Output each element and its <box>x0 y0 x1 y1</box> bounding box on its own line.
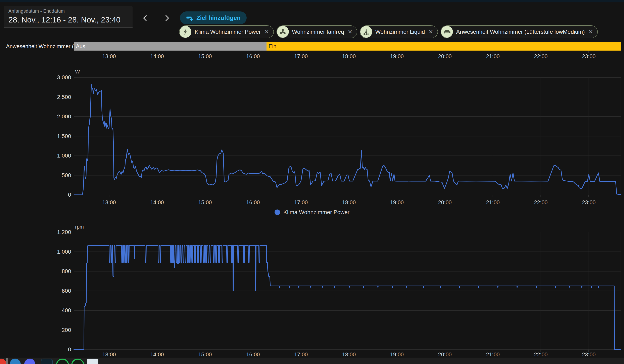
y-axis-label: 800 <box>62 268 71 274</box>
x-axis-label: 18:00 <box>342 352 356 358</box>
x-axis-label: 21:00 <box>486 352 500 358</box>
history-dashboard: Anfangsdatum - Enddatum 28. Nov., 12:16 … <box>0 0 624 364</box>
legend-series-label: Klima Wohnzimmer Power <box>283 209 349 216</box>
x-axis-label: 14:00 <box>150 352 164 358</box>
timeline-axis-label: 22:00 <box>534 53 548 59</box>
x-axis-label: 17:00 <box>294 352 308 358</box>
y-axis-label: 2.000 <box>57 113 71 120</box>
y-axis-label: 500 <box>62 172 71 178</box>
windows-taskbar[interactable] <box>0 358 624 364</box>
y-axis-label: 0 <box>68 346 71 353</box>
timeline-axis-label: 15:00 <box>198 53 212 59</box>
blue-app-icon[interactable] <box>10 359 21 364</box>
y-axis-label: 200 <box>62 327 71 333</box>
timeline-axis-label: 23:00 <box>582 53 596 59</box>
x-axis-label: 19:00 <box>390 352 404 358</box>
y-axis-label: 1.000 <box>57 152 71 159</box>
timeline-axis-label: 16:00 <box>246 53 260 59</box>
timeline-axis-label: 18:00 <box>342 53 356 59</box>
x-axis-label: 16:00 <box>246 352 260 358</box>
x-axis-label: 13:00 <box>102 199 116 205</box>
y-axis-unit-label: rpm <box>75 224 84 230</box>
y-axis-unit-label: W <box>75 69 80 74</box>
y-axis-label: 1.000 <box>57 249 71 255</box>
notepad-icon[interactable] <box>87 359 98 364</box>
whatsapp-icon[interactable] <box>56 359 69 364</box>
taskbar-divider <box>6 358 8 364</box>
timeline-axis-label: 13:00 <box>102 53 116 59</box>
timeline-axis-label: 14:00 <box>150 53 164 59</box>
x-axis-label: 21:00 <box>486 199 500 205</box>
x-axis-label: 13:00 <box>102 352 116 358</box>
discord-icon[interactable] <box>24 359 35 364</box>
x-axis-label: 15:00 <box>198 199 212 205</box>
y-axis-label: 600 <box>62 288 71 294</box>
x-axis-label: 22:00 <box>534 352 548 358</box>
x-axis-label: 14:00 <box>150 199 164 205</box>
x-axis-label: 20:00 <box>438 352 452 358</box>
power-chart-legend[interactable]: Klima Wohnzimmer Power <box>0 209 624 216</box>
y-axis-label: 3.000 <box>57 74 71 80</box>
timeline-axis-label: 19:00 <box>390 53 404 59</box>
timeline-axis-label: 17:00 <box>294 53 308 59</box>
x-axis-label: 20:00 <box>438 199 452 205</box>
chrome-icon[interactable] <box>0 359 6 364</box>
power-chart-series-line[interactable] <box>74 84 621 195</box>
x-axis-label: 23:00 <box>582 352 596 358</box>
y-axis-label: 400 <box>62 307 71 314</box>
x-axis-label: 23:00 <box>582 199 596 205</box>
x-axis-label: 22:00 <box>534 199 548 205</box>
x-axis-label: 15:00 <box>198 352 212 358</box>
whatsapp-icon-2[interactable] <box>71 359 84 364</box>
x-axis-label: 18:00 <box>342 199 356 205</box>
x-axis-label: 19:00 <box>390 199 404 205</box>
x-axis-label: 16:00 <box>246 199 260 205</box>
timeline-axis-label: 20:00 <box>438 53 452 59</box>
charts-canvas: 13:0014:0015:0016:0017:0018:0019:0020:00… <box>0 0 624 364</box>
x-axis-label: 17:00 <box>294 199 308 205</box>
fan-chart-series-line[interactable] <box>74 245 621 350</box>
timeline-axis-label: 21:00 <box>486 53 500 59</box>
legend-series-marker <box>275 210 280 215</box>
y-axis-label: 1.200 <box>57 229 71 235</box>
y-axis-label: 2.500 <box>57 94 71 100</box>
y-axis-label: 1.500 <box>57 133 71 139</box>
dark-app-icon[interactable] <box>41 359 53 364</box>
y-axis-label: 0 <box>68 192 71 198</box>
